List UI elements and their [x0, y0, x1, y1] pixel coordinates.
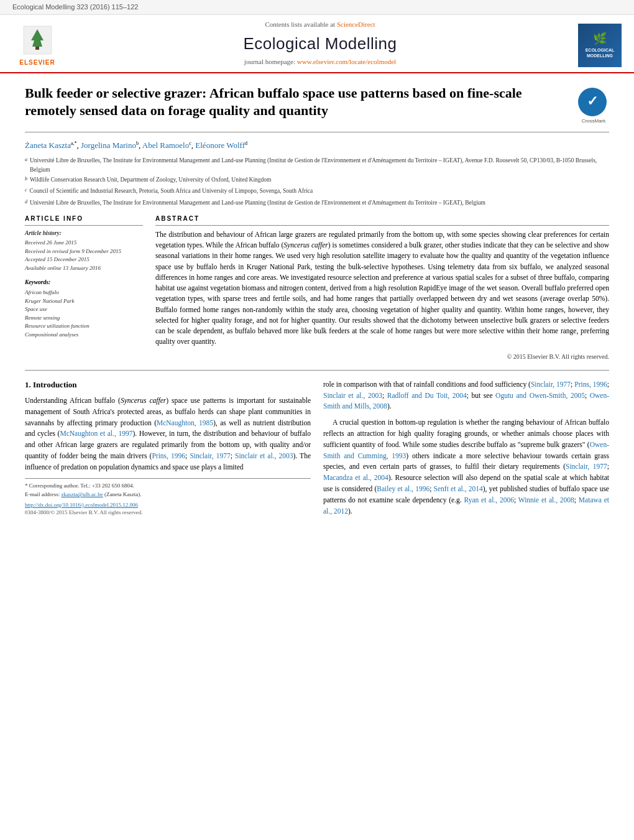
online-date: Available online 13 January 2016: [25, 264, 143, 272]
journal-title: Ecological Modelling: [68, 32, 572, 55]
ref-mcnaughton1997[interactable]: McNaughton et al., 1997: [60, 430, 132, 437]
abstract-label: ABSTRACT: [155, 215, 609, 226]
elsevier-logo: ELSEVIER: [12, 23, 62, 72]
keyword-1: African buffalo: [25, 288, 143, 297]
article-title: Bulk feeder or selective grazer: African…: [25, 85, 578, 120]
corresponding-note: * Corresponding author. Tel.: +33 202 65…: [25, 482, 311, 490]
copyright-line: © 2015 Elsevier B.V. All rights reserved…: [155, 353, 609, 361]
intro-body-right: role in comparison with that of rainfall…: [323, 379, 609, 517]
ref-winnie2008[interactable]: Winnie et al., 2008: [518, 496, 574, 504]
sciencedirect-link[interactable]: ScienceDirect: [337, 21, 375, 28]
journal-header: ELSEVIER Contents lists available at Sci…: [0, 15, 634, 73]
author-marino: Jorgelina Marino: [81, 141, 136, 150]
introduction-section: 1. Introduction Understanding African bu…: [25, 379, 609, 522]
ref-macandza2004[interactable]: Macandza et al., 2004: [323, 474, 388, 481]
article-info-column: ARTICLE INFO Article history: Received 2…: [25, 215, 143, 361]
ref-sinclair1977b[interactable]: Sinclair, 1977: [531, 381, 571, 388]
ref-ogutu2005[interactable]: Ogutu and Owen-Smith, 2005: [495, 392, 585, 399]
intro-right-col: role in comparison with that of rainfall…: [323, 379, 609, 522]
doi-link[interactable]: http://dx.doi.org/10.1016/j.ecolmodel.20…: [25, 501, 311, 509]
keywords-label: Keywords:: [25, 279, 143, 287]
ref-sinclair1977c[interactable]: Sinclair, 1977: [566, 463, 607, 470]
footer-notes: * Corresponding author. Tel.: +33 202 65…: [25, 478, 311, 517]
ref-sinclair2003[interactable]: Sinclair et al., 2003: [235, 452, 293, 459]
article-info-label: ARTICLE INFO: [25, 215, 143, 226]
authors-line: Żaneta Kasztaa,*, Jorgelina Marinob, Abe…: [25, 140, 609, 152]
ref-mcnaughton1985[interactable]: McNaughton, 1985: [157, 419, 213, 427]
abstract-text: The distribution and behaviour of Africa…: [155, 229, 609, 348]
ref-prins1996[interactable]: Prins, 1996: [152, 452, 185, 459]
article-history-label: Article history:: [25, 229, 143, 238]
ecological-modelling-logo: 🌿 ECOLOGICAL MODELLING: [578, 24, 622, 72]
citation-bar: Ecological Modelling 323 (2016) 115–122: [0, 0, 634, 15]
revised-date: Received in revised form 9 December 2015: [25, 247, 143, 256]
keywords-section: Keywords: African buffalo Kruger Nationa…: [25, 279, 143, 339]
contents-available: Contents lists available at ScienceDirec…: [68, 20, 572, 29]
keyword-4: Remote sensing: [25, 314, 143, 322]
citation-text: Ecological Modelling 323 (2016) 115–122: [12, 3, 138, 11]
journal-center: Contents lists available at ScienceDirec…: [68, 20, 572, 72]
journal-homepage-link[interactable]: www.elsevier.com/locate/ecolmodel: [297, 58, 396, 65]
affiliation-d: d Université Libre de Bruxelles, The Ins…: [25, 198, 609, 208]
article-title-section: Bulk feeder or selective grazer: African…: [25, 85, 609, 132]
crossmark-icon[interactable]: ✓: [578, 88, 607, 116]
ref-owensmith1993[interactable]: Owen-Smith and Cumming, 1993: [323, 441, 609, 459]
keyword-5: Resource utilization function: [25, 322, 143, 330]
doi-copyright: 0304-3800/© 2015 Elsevier B.V. All right…: [25, 509, 311, 517]
abstract-column: ABSTRACT The distribution and behaviour …: [155, 215, 609, 361]
keyword-2: Kruger National Park: [25, 297, 143, 305]
journal-homepage: journal homepage: www.elsevier.com/locat…: [68, 57, 572, 67]
email-link[interactable]: zkaszta@ulb.ac.be: [61, 491, 103, 497]
intro-heading: 1. Introduction: [25, 379, 311, 390]
info-abstract-section: ARTICLE INFO Article history: Received 2…: [25, 215, 609, 361]
eco-logo-box: 🌿 ECOLOGICAL MODELLING: [578, 24, 622, 67]
ref-radloff2004[interactable]: Radloff and Du Toit, 2004: [387, 392, 467, 399]
section-divider: [25, 370, 609, 371]
ref-sinclair2003b[interactable]: Sinclair et al., 2003: [323, 392, 382, 399]
author-wolff: Eléonore Wolff: [195, 141, 245, 150]
ref-sinclair1977[interactable]: Sinclair, 1977: [190, 452, 230, 459]
affiliations: a Université Libre de Bruxelles, The Ins…: [25, 156, 609, 208]
keyword-3: Space use: [25, 305, 143, 313]
affiliation-b: b Wildlife Conservation Research Unit, D…: [25, 175, 609, 185]
accepted-date: Accepted 15 December 2015: [25, 256, 143, 264]
affiliation-a: a Université Libre de Bruxelles, The Ins…: [25, 156, 609, 174]
ref-prins1996b[interactable]: Prins, 1996: [574, 381, 607, 388]
intro-body-left: Understanding African buffalo (Syncerus …: [25, 395, 311, 473]
ref-bailey1996[interactable]: Bailey et al., 1996: [377, 485, 430, 492]
affiliation-c: c Council of Scientific and Industrial R…: [25, 187, 609, 196]
received-date: Received 26 June 2015: [25, 239, 143, 247]
author-kaszta: Żaneta Kaszta: [25, 141, 71, 150]
author-ramoelo: Abel Ramoelo: [142, 141, 189, 150]
ref-senft2014[interactable]: Senft et al., 2014: [434, 485, 483, 492]
keyword-6: Compositional analyses: [25, 331, 143, 339]
ref-ryan2006[interactable]: Ryan et al., 2006: [464, 496, 514, 504]
intro-left-col: 1. Introduction Understanding African bu…: [25, 379, 311, 522]
email-note: E-mail address: zkaszta@ulb.ac.be (Zanet…: [25, 491, 311, 499]
elsevier-wordmark: ELSEVIER: [19, 58, 55, 67]
crossmark-badge[interactable]: ✓ CrossMark: [578, 88, 609, 124]
article-content: Bulk feeder or selective grazer: African…: [0, 73, 634, 535]
page: Ecological Modelling 323 (2016) 115–122 …: [0, 0, 634, 534]
svg-rect-2: [35, 47, 39, 50]
